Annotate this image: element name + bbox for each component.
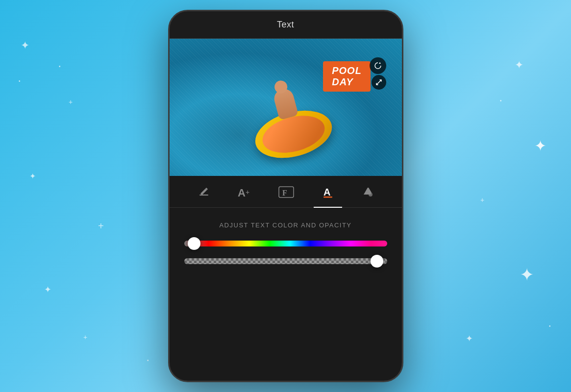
sparkle-3: ✦ <box>29 172 36 181</box>
sparkle-1: ✦ <box>21 39 29 52</box>
sparkle-2: + <box>69 98 73 106</box>
color-slider-thumb[interactable] <box>188 237 200 250</box>
font-icon: F <box>278 186 295 198</box>
bottom-panel: A + F A <box>170 176 402 381</box>
opacity-slider-track[interactable] <box>184 258 387 264</box>
sparkle-6: + <box>83 333 87 341</box>
video-preview: POOL DAY <box>170 39 402 176</box>
tab-color[interactable]: A <box>314 184 342 202</box>
svg-text:+: + <box>246 188 249 196</box>
color-slider-container[interactable] <box>184 241 387 246</box>
sparkle-10: ✦ <box>520 265 534 285</box>
sparkle-7: ✦ <box>515 59 523 72</box>
pencil-icon <box>198 186 210 198</box>
floatie-scene <box>254 112 333 156</box>
sparkle-9: + <box>480 196 484 204</box>
svg-rect-7 <box>323 196 332 198</box>
sparkle-5: ✦ <box>44 284 51 295</box>
text-size-icon: A + <box>237 186 251 198</box>
svg-text:A: A <box>238 187 246 198</box>
sparkle-16: • <box>549 323 551 329</box>
color-slider-track[interactable] <box>184 241 387 246</box>
fill-icon <box>361 186 373 198</box>
phone-body: Text POOL DAY <box>170 11 402 381</box>
svg-rect-1 <box>199 195 208 196</box>
tab-edit[interactable] <box>190 184 218 202</box>
floatie <box>250 103 337 166</box>
svg-text:F: F <box>282 189 287 197</box>
svg-point-8 <box>369 193 372 196</box>
sparkle-11: ✦ <box>466 333 473 344</box>
svg-marker-0 <box>379 62 381 64</box>
sparkle-15: • <box>147 358 149 363</box>
sparkle-14: • <box>59 64 61 69</box>
pool-day-label[interactable]: POOL DAY <box>323 61 370 92</box>
text-color-icon: A <box>322 186 334 198</box>
section-label: ADJUST TEXT COLOR AND OPACITY <box>170 221 402 229</box>
sparkle-8: ✦ <box>534 137 546 154</box>
tab-bar: A + F A <box>170 176 402 208</box>
sparkle-4: + <box>98 220 104 232</box>
opacity-slider-thumb[interactable] <box>371 255 383 268</box>
page-title: Text <box>277 20 294 30</box>
svg-text:A: A <box>323 187 330 197</box>
sparkle-13: • <box>500 98 502 103</box>
resize-handle[interactable] <box>372 75 386 90</box>
phone-topbar: Text <box>170 11 402 39</box>
phone-frame: Text POOL DAY <box>168 10 403 382</box>
tab-text-size[interactable]: A + <box>229 184 259 202</box>
tab-font[interactable]: F <box>270 184 302 202</box>
tab-fill[interactable] <box>353 184 381 202</box>
rotate-handle[interactable] <box>370 57 386 74</box>
sparkle-12: • <box>19 78 21 84</box>
opacity-slider-container[interactable] <box>184 258 387 264</box>
